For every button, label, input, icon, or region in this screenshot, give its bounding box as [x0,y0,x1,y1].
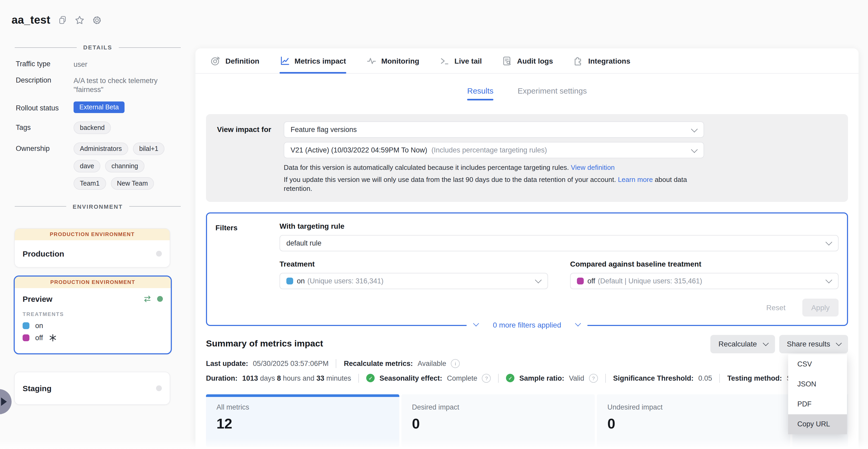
view-definition-link[interactable]: View definition [571,163,615,171]
baseline-label: Compared against baseline treatment [570,260,839,268]
tab-metrics-impact[interactable]: Metrics impact [279,48,346,73]
details-section-header: DETAILS [15,44,181,51]
baseline-select[interactable]: off (Default | Unique users: 315,461) [570,273,839,289]
chevron-down-icon [691,125,698,132]
treatment-note: (Unique users: 316,341) [307,277,383,285]
summary-meta-line-2: Duration: 1013 days 8 hours and 33 minut… [206,373,848,383]
env-status-dot [156,250,162,256]
env-card-preview[interactable]: PRODUCTION ENVIRONMENT Preview TREATMENT… [14,275,172,354]
card-desired-impact[interactable]: Desired impact 0 [401,394,595,447]
owner-pill: dave [73,159,100,172]
treatment-select[interactable]: on (Unique users: 316,341) [280,273,548,289]
owner-pill: bilal+1 [133,142,165,155]
recalculate-button[interactable]: Recalculate [711,335,775,353]
divider [719,373,720,383]
env-card-production[interactable]: PRODUCTION ENVIRONMENT Production [14,228,170,267]
apply-button[interactable]: Apply [802,298,839,316]
tags-row: Tags backend [16,121,195,134]
tab-label: Metrics impact [294,57,346,65]
summary-header: Summary of metrics impact Recalculate Sh… [206,335,848,353]
audit-log-icon [502,56,512,66]
chevron-down-icon [836,340,842,346]
app-stage: aa_test DETAILS Traffic type user Descri… [0,0,868,449]
reset-button[interactable]: Reset [763,303,789,312]
page-title: aa_test [11,14,51,26]
pulse-icon [366,56,376,66]
target-icon [210,56,221,66]
impact-type-value: Feature flag versions [290,126,357,133]
seasonality-value: Complete [447,374,477,382]
card-value: 0 [608,416,790,432]
treatment-on-swatch [286,277,293,284]
rollout-status-badge: External Beta [73,101,125,113]
retention-note: If you update this version we will only … [284,175,704,193]
menu-item-json[interactable]: JSON [788,374,847,394]
menu-item-copy-url[interactable]: Copy URL [788,414,847,434]
menu-item-pdf[interactable]: PDF [788,394,847,414]
impact-type-select[interactable]: Feature flag versions [284,121,704,138]
star-icon[interactable] [74,15,85,25]
copy-icon[interactable] [58,15,67,25]
recalculate-metrics-label: Recalculate metrics: [344,359,413,367]
card-all-metrics[interactable]: All metrics 12 [206,394,399,447]
chevron-down-icon [763,340,769,346]
owner-pill: New Team [111,177,154,189]
tab-definition[interactable]: Definition [210,48,259,73]
more-filters-label: 0 more filters applied [493,321,561,329]
help-icon[interactable]: ? [589,373,598,383]
sample-ratio-label: Sample ratio: [519,374,564,382]
menu-item-csv[interactable]: CSV [788,354,847,374]
tab-monitoring[interactable]: Monitoring [366,48,419,73]
targeting-rule-select[interactable]: default rule [280,235,839,251]
share-results-button[interactable]: Share results [779,335,848,353]
tab-integrations[interactable]: Integrations [573,48,630,73]
check-circle-icon: ✓ [367,374,375,382]
tab-audit-logs[interactable]: Audit logs [502,48,553,73]
owner-pill: Team1 [73,177,106,189]
baseline-note: (Default | Unique users: 315,461) [598,277,702,285]
treatment-off-swatch [577,277,584,284]
treatment-label: Treatment [280,260,548,268]
details-section-title: DETAILS [83,44,113,51]
tab-live-tail[interactable]: Live tail [439,48,482,73]
testing-method-label: Testing method: [727,374,782,382]
check-circle-icon: ✓ [506,374,515,382]
card-label: Undesired impact [608,403,790,411]
share-results-menu: CSV JSON PDF Copy URL [788,354,847,434]
ownership-label: Ownership [16,142,73,189]
version-select[interactable]: V21 (Active) (10/03/2022 04:59PM To Now)… [284,142,704,158]
env-name-production: Production [23,249,151,258]
duration-word: hours and [283,374,314,382]
auto-calc-note: Data for this version is automatically c… [284,163,704,172]
puzzle-icon [573,56,584,66]
subtab-experiment-settings[interactable]: Experiment settings [518,86,587,100]
gear-icon[interactable] [92,15,102,25]
card-undesired-impact[interactable]: Undesired impact 0 [597,394,790,447]
divider [129,206,181,207]
sidebar: aa_test DETAILS Traffic type user Descri… [0,0,195,449]
card-value: 12 [216,416,399,432]
treatment-on-row: on [23,322,163,329]
treatment-on-swatch [23,322,29,329]
divider [15,206,66,207]
description-value: A/A test to check telemetry "fairness" [73,76,171,94]
learn-more-link[interactable]: Learn more [618,175,653,183]
duration-hours: 8 [277,374,281,382]
flag-title-row: aa_test [0,0,195,26]
default-treatment-icon [49,334,57,341]
divider [119,47,181,48]
help-icon[interactable]: ? [482,373,491,383]
treatment-on-label: on [35,322,43,329]
tab-label: Live tail [455,57,482,65]
subtab-results[interactable]: Results [467,86,493,100]
description-row: Description A/A test to check telemetry … [16,76,195,94]
summary-meta-line-1: Last update: 05/30/2025 03:57:06PM Recal… [206,359,848,368]
chevron-down-icon [691,146,698,152]
treatments-title: TREATMENTS [23,311,163,317]
main-panel: Definition Metrics impact Monitoring Liv… [195,48,859,449]
info-icon[interactable]: i [451,359,460,368]
more-filters-toggle[interactable]: 0 more filters applied [467,318,587,331]
metric-summary-cards: All metrics 12 Desired impact 0 Undesire… [206,394,848,447]
env-card-staging[interactable]: Staging [14,371,170,405]
tags-label: Tags [16,121,73,134]
